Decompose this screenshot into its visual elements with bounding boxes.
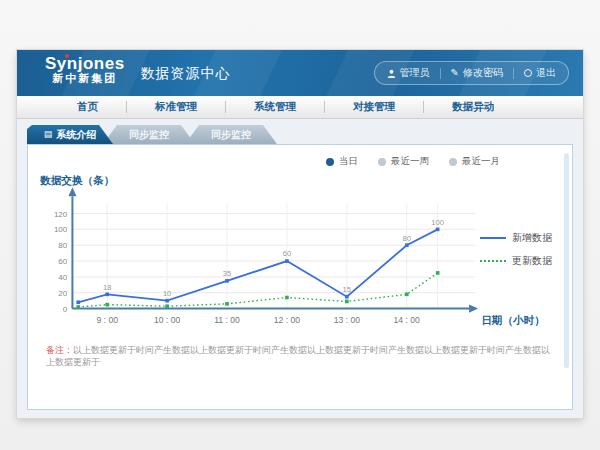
legend-label: 更新数据 — [512, 254, 552, 268]
radio-last-week[interactable]: 最近一周 — [378, 155, 429, 168]
content-area: ▤ 系统介绍 同步监控 同步监控 当日 — [17, 119, 583, 418]
main-nav: 首页 标准管理 系统管理 对接管理 数据异动 — [17, 96, 583, 119]
power-icon — [524, 69, 532, 77]
tab-sync-monitor-1[interactable]: 同步监控 — [103, 125, 195, 144]
svg-text:11 : 00: 11 : 00 — [214, 315, 240, 325]
radio-dot — [449, 158, 457, 166]
nav-item-system-mgmt[interactable]: 系统管理 — [226, 100, 324, 114]
user-menu-logout[interactable]: 退出 — [524, 66, 556, 80]
radio-today[interactable]: 当日 — [326, 155, 358, 168]
radio-dot — [378, 158, 386, 166]
logo-text: Synjones — [45, 55, 125, 73]
user-menu-admin-label: 管理员 — [400, 66, 430, 80]
chart-area: 数据交换（条）日期（小时）0204060801001209 : 0010 : 0… — [36, 171, 564, 343]
time-range-filter: 当日 最近一周 最近一月 — [326, 155, 500, 168]
edit-icon: ✎ — [451, 68, 459, 78]
svg-text:9 : 00: 9 : 00 — [96, 315, 118, 325]
document-icon: ▤ — [44, 130, 53, 139]
user-menu-admin[interactable]: 管理员 — [387, 66, 430, 80]
chart-legend: 新增数据 更新数据 — [480, 231, 562, 268]
app-window: Synjones 新中新集团 数据资源中心 管理员 ✎ 修改密码 退 — [17, 50, 583, 418]
tab-label: 同步监控 — [211, 128, 251, 142]
svg-text:100: 100 — [431, 218, 444, 227]
user-menu: 管理员 ✎ 修改密码 退出 — [374, 61, 569, 85]
chart-panel: 当日 最近一周 最近一月 数据交换（条）日期（小时）02040608010012… — [27, 144, 573, 410]
user-menu-logout-label: 退出 — [536, 66, 556, 80]
radio-label: 当日 — [339, 155, 358, 168]
blue-line-swatch — [480, 237, 506, 239]
svg-text:35: 35 — [223, 269, 231, 278]
page: Synjones 新中新集团 数据资源中心 管理员 ✎ 修改密码 退 — [0, 0, 600, 450]
svg-text:数据交换（条）: 数据交换（条） — [39, 174, 114, 187]
svg-text:10: 10 — [163, 289, 171, 298]
page-title: 数据资源中心 — [141, 65, 231, 83]
footnote-label: 备注： — [46, 345, 73, 355]
tab-label: 系统介绍 — [56, 128, 96, 142]
user-menu-change-password[interactable]: ✎ 修改密码 — [451, 66, 503, 80]
svg-text:100: 100 — [54, 225, 68, 234]
svg-text:60: 60 — [58, 257, 67, 266]
logo-y-accent: y — [57, 54, 67, 73]
svg-text:日期（小时）: 日期（小时） — [481, 314, 545, 327]
tab-sync-monitor-2[interactable]: 同步监控 — [185, 125, 277, 144]
nav-item-interface-mgmt[interactable]: 对接管理 — [325, 100, 423, 114]
footnote-text: 以上数据更新于时间产生数据以上数据更新于时间产生数据以上数据更新于时间产生数据以… — [46, 345, 550, 368]
radio-dot — [326, 158, 334, 166]
svg-text:10 : 00: 10 : 00 — [154, 315, 181, 325]
radio-last-month[interactable]: 最近一月 — [449, 155, 500, 168]
radio-label: 最近一周 — [391, 155, 429, 168]
divider — [440, 68, 441, 79]
svg-text:80: 80 — [403, 234, 411, 243]
svg-text:20: 20 — [58, 289, 67, 298]
svg-text:18: 18 — [103, 283, 111, 292]
user-icon — [387, 69, 396, 78]
svg-text:13 : 00: 13 : 00 — [334, 315, 361, 325]
company-logo: Synjones 新中新集团 — [45, 55, 125, 84]
tab-label: 同步监控 — [129, 128, 169, 142]
legend-item-new-data: 新增数据 — [480, 231, 562, 245]
svg-text:12 : 00: 12 : 00 — [274, 315, 301, 325]
divider — [513, 68, 514, 79]
logo-subtitle: 新中新集团 — [45, 73, 125, 85]
svg-text:60: 60 — [283, 249, 291, 258]
legend-label: 新增数据 — [512, 231, 552, 245]
brand: Synjones 新中新集团 数据资源中心 — [45, 55, 231, 84]
svg-text:120: 120 — [54, 210, 68, 219]
tab-system-intro[interactable]: ▤ 系统介绍 — [27, 125, 113, 144]
header: Synjones 新中新集团 数据资源中心 管理员 ✎ 修改密码 退 — [17, 50, 583, 96]
nav-item-home[interactable]: 首页 — [49, 100, 126, 114]
nav-item-standard-mgmt[interactable]: 标准管理 — [127, 100, 225, 114]
legend-item-updated-data: 更新数据 — [480, 254, 562, 268]
svg-text:15: 15 — [343, 285, 351, 294]
svg-text:40: 40 — [58, 273, 67, 282]
radio-label: 最近一月 — [462, 155, 500, 168]
nav-item-data-change[interactable]: 数据异动 — [424, 100, 522, 114]
svg-text:0: 0 — [63, 305, 68, 314]
green-dotted-swatch — [480, 260, 506, 262]
scrollbar[interactable] — [564, 153, 569, 368]
footnote: 备注：以上数据更新于时间产生数据以上数据更新于时间产生数据以上数据更新于时间产生… — [46, 344, 558, 369]
svg-text:80: 80 — [58, 241, 67, 250]
tab-bar: ▤ 系统介绍 同步监控 同步监控 — [27, 125, 583, 144]
user-menu-change-password-label: 修改密码 — [463, 66, 503, 80]
svg-text:14 : 00: 14 : 00 — [394, 315, 421, 325]
